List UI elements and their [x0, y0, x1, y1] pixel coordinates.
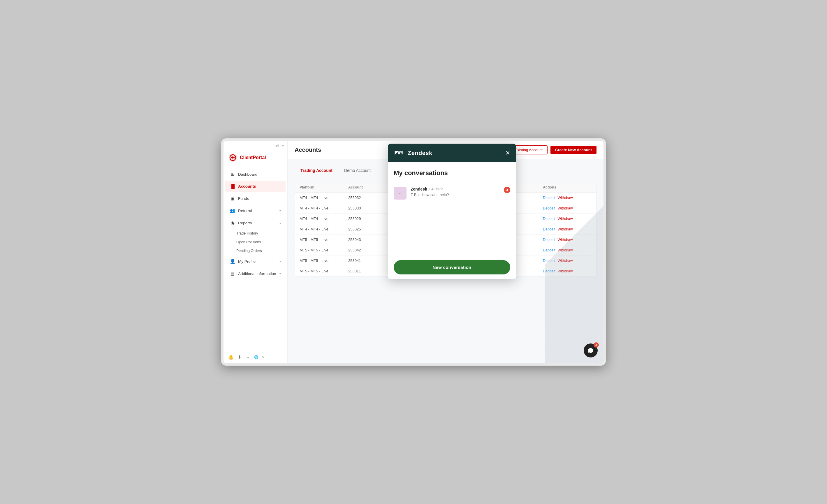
deposit-button[interactable]: Deposit: [543, 206, 555, 210]
logo-text-normal: ClientPortal: [240, 155, 266, 160]
conversation-info: Zendesk 04/26/22 Z Bot: How can I help?: [410, 187, 500, 197]
deposit-button[interactable]: Deposit: [543, 248, 555, 252]
profile-icon: 👤: [230, 259, 235, 264]
sidebar-item-additional-info[interactable]: ▤ Additional Information ▾: [225, 268, 286, 280]
withdraw-button[interactable]: Withdraw: [557, 227, 573, 231]
chevron-up-icon: ▴: [280, 221, 281, 224]
deposit-button[interactable]: Deposit: [543, 217, 555, 221]
download-icon[interactable]: ⬇: [238, 355, 242, 360]
sidebar-bottom: 🔔 ⬇ → 🌐 EN: [224, 351, 287, 363]
logo-icon: [228, 153, 238, 162]
action-cell: Deposit Withdraw: [543, 217, 591, 221]
conversation-message: Z Bot: How can I help?: [410, 193, 500, 197]
sidebar-item-label: Funds: [238, 196, 249, 201]
language-selector[interactable]: 🌐 EN: [254, 355, 264, 359]
sidebar-item-dashboard[interactable]: ⊞ Dashboard: [225, 168, 286, 180]
sidebar-item-referral[interactable]: 👥 Referral ▾: [225, 205, 286, 216]
logo-area: ClientPortal: [224, 151, 287, 168]
notification-icon[interactable]: 🔔: [228, 355, 234, 360]
zendesk-close-button[interactable]: ✕: [505, 150, 510, 156]
conversation-header: Zendesk 04/26/22: [410, 187, 500, 191]
chat-button[interactable]: 3: [584, 344, 598, 357]
col-actions: Actions: [543, 185, 591, 189]
referral-icon: 👥: [230, 208, 235, 213]
withdraw-button[interactable]: Withdraw: [557, 206, 573, 210]
action-cell: Deposit Withdraw: [543, 196, 591, 200]
action-cell: Deposit Withdraw: [543, 227, 591, 231]
conversation-avatar: ··: [394, 187, 406, 200]
action-cell: Deposit Withdraw: [543, 238, 591, 242]
funds-icon: ▣: [230, 196, 235, 201]
chevron-down-icon: ▾: [280, 260, 281, 263]
deposit-button[interactable]: Deposit: [543, 269, 555, 273]
conversation-sender: Zendesk: [410, 187, 427, 191]
sidebar-item-my-profile[interactable]: 👤 My Profile ▾: [225, 255, 286, 267]
platform-cell: MT5 - MT5 - Live: [300, 258, 348, 263]
sidebar-item-label: My Profile: [238, 259, 255, 264]
sidebar-item-funds[interactable]: ▣ Funds: [225, 193, 286, 204]
zendesk-title: Zendesk: [408, 150, 432, 156]
withdraw-button[interactable]: Withdraw: [557, 248, 573, 252]
new-conversation-button[interactable]: New conversation: [394, 260, 510, 274]
deposit-button[interactable]: Deposit: [543, 238, 555, 242]
accounts-icon: ▐▌: [230, 184, 235, 189]
sidebar-top-controls: ↺ «: [224, 144, 287, 151]
platform-cell: MT5 - MT5 - Live: [300, 269, 348, 273]
platform-cell: MT5 - MT5 - Live: [300, 238, 348, 242]
withdraw-button[interactable]: Withdraw: [557, 269, 573, 273]
deposit-button[interactable]: Deposit: [543, 227, 555, 231]
sidebar-sub-pending-orders[interactable]: Pending Orders: [224, 247, 287, 255]
sidebar-sub-trade-history[interactable]: Trade History: [224, 229, 287, 238]
page-title: Accounts: [295, 147, 321, 153]
chevron-down-icon: ▾: [280, 272, 281, 275]
svg-rect-5: [398, 152, 400, 154]
chevron-down-icon: ▾: [280, 209, 281, 212]
platform-cell: MT4 - MT4 - Live: [300, 206, 348, 210]
tab-trading-account[interactable]: Trading Account: [295, 165, 338, 176]
conversations-title: My conversations: [394, 169, 510, 177]
deposit-button[interactable]: Deposit: [543, 196, 555, 200]
platform-cell: MT4 - MT4 - Live: [300, 196, 348, 200]
logo-text: ClientPortal: [240, 155, 266, 160]
sidebar-item-label: Dashboard: [238, 172, 257, 177]
sidebar-item-reports[interactable]: ◉ Reports ▴: [225, 217, 286, 229]
zendesk-body: My conversations ·· Zendesk 04/26/22 Z B…: [388, 162, 516, 255]
sidebar: ↺ « ClientPortal ⊞ Dashboard: [224, 141, 288, 363]
sidebar-item-accounts[interactable]: ▐▌ Accounts: [225, 181, 286, 192]
withdraw-button[interactable]: Withdraw: [557, 238, 573, 242]
platform-cell: MT5 - MT5 - Live: [300, 248, 348, 252]
platform-cell: MT4 - MT4 - Live: [300, 227, 348, 231]
create-account-button[interactable]: Create New Account: [550, 146, 596, 154]
chat-badge: 3: [594, 342, 599, 348]
conversation-date: 04/26/22: [430, 187, 443, 191]
conversation-item[interactable]: ·· Zendesk 04/26/22 Z Bot: How can I hel…: [394, 183, 510, 204]
logout-icon[interactable]: →: [246, 355, 250, 360]
collapse-icon[interactable]: «: [282, 144, 284, 148]
withdraw-button[interactable]: Withdraw: [557, 196, 573, 200]
additional-info-icon: ▤: [230, 271, 235, 276]
deposit-button[interactable]: Deposit: [543, 259, 555, 263]
conversation-badge: 3: [504, 187, 510, 193]
action-cell: Deposit Withdraw: [543, 259, 591, 263]
sidebar-item-label: Accounts: [238, 184, 256, 189]
action-cell: Deposit Withdraw: [543, 269, 591, 273]
reports-icon: ◉: [230, 220, 235, 225]
action-cell: Deposit Withdraw: [543, 206, 591, 210]
dashboard-icon: ⊞: [230, 171, 235, 177]
withdraw-button[interactable]: Withdraw: [557, 217, 573, 221]
zendesk-header-left: Zendesk: [394, 149, 432, 157]
zendesk-modal: Zendesk ✕ My conversations ·· Zendesk: [388, 144, 516, 279]
zendesk-header: Zendesk ✕: [388, 144, 516, 162]
platform-cell: MT4 - MT4 - Live: [300, 216, 348, 221]
refresh-icon[interactable]: ↺: [276, 144, 279, 148]
sidebar-item-label: Referral: [238, 209, 252, 213]
tab-demo-account[interactable]: Demo Account: [338, 165, 377, 176]
sidebar-item-label: Additional Information: [238, 271, 276, 276]
action-cell: Deposit Withdraw: [543, 248, 591, 252]
withdraw-button[interactable]: Withdraw: [557, 259, 573, 263]
chat-icon: [587, 348, 594, 353]
col-platform: Platform: [300, 185, 348, 189]
sidebar-sub-open-positions[interactable]: Open Positions: [224, 238, 287, 247]
zendesk-logo-icon: [394, 149, 404, 157]
zendesk-footer: New conversation: [388, 255, 516, 279]
